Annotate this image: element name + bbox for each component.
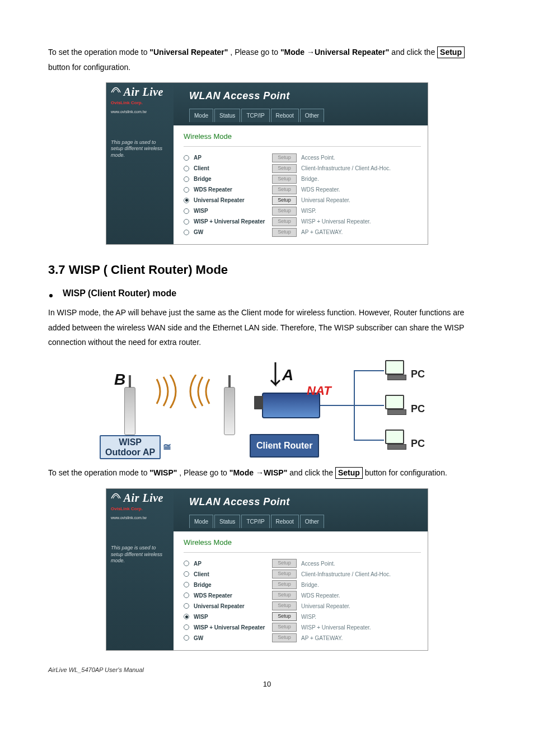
section-title: Wireless Mode [184,536,421,550]
tab-reboot[interactable]: Reboot [271,109,299,122]
mode-radio[interactable] [184,166,189,171]
mode-row: APSetupAccess Point. [184,152,421,163]
setup-button: Setup [272,185,297,194]
txt: and click the [391,48,437,57]
mode-label[interactable]: AP [194,152,268,163]
txt-bold: "Mode [229,468,256,477]
ovislink-url: www.ovislink.com.tw [111,108,169,115]
mode-label[interactable]: WISP + Universal Repeater [194,622,268,633]
txt-bold: "Mode [280,48,307,57]
intro-paragraph-universal-repeater: To set the operation mode to "Universal … [48,45,486,74]
tab-tcpip[interactable]: TCP/IP [241,109,269,122]
mode-radio[interactable] [184,176,189,182]
mode-label[interactable]: GW [194,633,268,643]
setup-button: Setup [272,633,297,642]
txt-bold: "Universal Repeater" [149,48,228,57]
mode-label[interactable]: WISP + Universal Repeater [194,216,268,227]
setup-button: Setup [272,559,297,568]
mode-radio[interactable] [184,155,189,161]
mode-label[interactable]: Client [194,569,268,580]
outdoor-antenna-icon [124,387,135,435]
wire [354,370,384,371]
mode-description: Client-Infrastructure / Client Ad-Hoc. [301,569,391,580]
setup-button: Setup [272,228,297,237]
mode-radio[interactable] [184,571,189,577]
mode-label[interactable]: AP [194,558,268,569]
sidebar-note: This page is used to setup different wir… [111,545,169,564]
mode-radio[interactable] [184,603,189,609]
mode-description: WDS Repeater. [301,184,340,195]
mode-label[interactable]: GW [194,227,268,237]
mode-label[interactable]: Universal Repeater [194,195,268,206]
setup-button: Setup [272,164,297,173]
txt: To set the operation mode to [48,468,149,477]
mode-radio[interactable] [184,187,189,193]
pc-label: PC [411,399,425,418]
pc-label: PC [411,365,425,384]
mode-radio[interactable] [184,208,189,214]
router-sidebar: Air Live OvisLink Corp. www.ovislink.com… [106,83,174,244]
tab-tcpip[interactable]: TCP/IP [241,515,269,528]
ovislink-corp: OvisLink Corp. [111,505,169,513]
setup-button[interactable]: Setup [272,612,297,621]
sidebar-note: This page is used to setup different wir… [111,139,169,159]
tab-mode[interactable]: Mode [189,109,213,122]
mode-radio[interactable] [184,582,189,587]
mode-description: AP + GATEWAY. [301,227,343,237]
mode-radio[interactable] [184,198,189,203]
pc-icon [385,395,407,417]
mode-radio[interactable] [184,635,189,641]
mode-row: WISP + Universal RepeaterSetupWISP + Uni… [184,622,421,633]
setup-button: Setup [272,591,297,600]
mode-radio[interactable] [184,219,189,225]
txt: , Please go to [179,468,229,477]
tab-status[interactable]: Status [214,515,240,528]
setup-button[interactable]: Setup [272,196,297,205]
mode-description: Universal Repeater. [301,601,350,612]
tab-reboot[interactable]: Reboot [271,515,299,528]
mode-label[interactable]: WISP [194,206,268,216]
mode-label[interactable]: WDS Repeater [194,590,268,601]
mode-label[interactable]: Client [194,163,268,174]
pc-label: PC [411,434,425,453]
mode-radio[interactable] [184,592,189,598]
mode-radio[interactable] [184,624,189,630]
mode-description: WISP. [301,206,316,216]
bullet-dot-icon [49,294,53,297]
label-b: B [114,365,125,394]
setup-button: Setup [272,601,297,610]
tab-other[interactable]: Other [300,109,324,122]
arrow-down-icon [268,362,283,393]
mode-label[interactable]: Bridge [194,580,268,590]
router-header: WLAN Access Point Mode Status TCP/IP Reb… [174,489,428,531]
wireless-waves-icon [152,375,214,408]
setup-button: Setup [272,153,297,162]
section-title: Wireless Mode [184,130,421,144]
airlive-logo: Air Live [111,86,169,97]
mode-radio[interactable] [184,561,189,566]
txt-bold: "WISP" [149,468,177,477]
setup-button: Setup [272,580,297,589]
nat-label: NAT [307,379,331,403]
mode-row: WDS RepeaterSetupWDS Repeater. [184,590,421,601]
wire [320,405,355,406]
mode-label[interactable]: WDS Repeater [194,184,268,195]
mode-description: WDS Repeater. [301,590,340,601]
setup-box-label: Setup [335,467,363,479]
mode-label[interactable]: WISP [194,612,268,622]
mode-label[interactable]: Universal Repeater [194,601,268,612]
mode-radio[interactable] [184,614,189,619]
airlive-logo: Air Live [111,492,169,503]
tab-other[interactable]: Other [300,515,324,528]
txt-bold: WISP" [264,468,287,477]
mode-label[interactable]: Bridge [194,174,268,184]
wire [354,440,384,441]
mode-description: Access Point. [301,152,335,163]
ovislink-url: www.ovislink.com.tw [111,514,169,521]
tab-status[interactable]: Status [214,109,240,122]
txt: , Please go to [230,48,280,57]
txt: button for configuration. [365,468,447,477]
mode-radio[interactable] [184,230,189,235]
intro-paragraph-wisp: To set the operation mode to "WISP" , Pl… [48,465,486,480]
tab-mode[interactable]: Mode [189,515,213,528]
